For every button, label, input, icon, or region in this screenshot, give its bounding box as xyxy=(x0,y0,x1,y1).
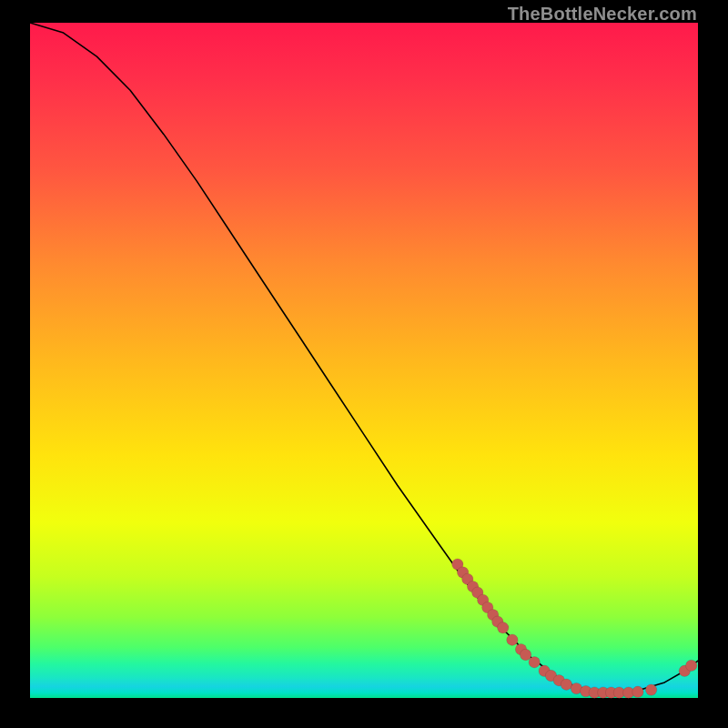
data-point xyxy=(507,634,518,645)
chart-overlay-svg xyxy=(30,23,698,698)
data-point xyxy=(529,657,540,668)
attribution-text: TheBottleNecker.com xyxy=(508,4,697,25)
plot-area xyxy=(30,23,698,698)
data-point xyxy=(561,679,571,690)
data-point xyxy=(686,660,697,671)
data-point xyxy=(645,684,656,695)
data-point xyxy=(632,686,643,697)
data-points xyxy=(452,559,697,698)
data-point xyxy=(498,622,509,633)
bottleneck-curve xyxy=(30,23,698,693)
data-point xyxy=(520,649,531,660)
chart-stage: TheBottleNecker.com xyxy=(0,0,728,728)
